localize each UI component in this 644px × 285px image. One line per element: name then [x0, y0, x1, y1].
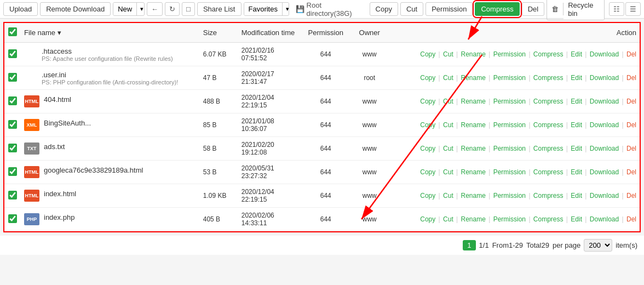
favorites-main-button[interactable]: Favorites: [244, 3, 283, 15]
row-checkbox[interactable]: [8, 144, 17, 152]
action-del-link[interactable]: Del: [626, 50, 636, 58]
action-rename-link[interactable]: Rename: [461, 192, 486, 200]
action-edit-link[interactable]: Edit: [571, 121, 582, 129]
action-compress-link[interactable]: Compress: [533, 168, 564, 176]
file-name-text[interactable]: .htaccess: [42, 47, 72, 55]
action-rename-link[interactable]: Rename: [461, 145, 486, 152]
refresh-button[interactable]: ↻: [165, 2, 180, 16]
action-permission-link[interactable]: Permission: [493, 98, 526, 105]
file-name-text[interactable]: index.php: [44, 213, 74, 221]
action-cut-link[interactable]: Cut: [443, 50, 453, 58]
action-copy-link[interactable]: Copy: [420, 98, 435, 105]
action-copy-link[interactable]: Copy: [420, 50, 435, 58]
action-permission-link[interactable]: Permission: [493, 215, 526, 223]
action-compress-link[interactable]: Compress: [533, 215, 564, 223]
action-del-link[interactable]: Del: [626, 215, 636, 223]
back-button[interactable]: ←: [147, 2, 163, 16]
action-cut-link[interactable]: Cut: [443, 145, 453, 152]
action-compress-link[interactable]: Compress: [533, 121, 564, 129]
row-checkbox[interactable]: [8, 73, 17, 82]
action-download-link[interactable]: Download: [590, 50, 619, 58]
action-permission-link[interactable]: Permission: [493, 192, 526, 200]
action-rename-link[interactable]: Rename: [461, 98, 486, 105]
select-all-checkbox[interactable]: [8, 27, 17, 36]
action-del-link[interactable]: Del: [626, 145, 636, 152]
action-edit-link[interactable]: Edit: [571, 145, 582, 152]
row-checkbox[interactable]: [8, 120, 17, 129]
action-compress-link[interactable]: Compress: [533, 98, 564, 105]
file-name-text[interactable]: BingSiteAuth...: [44, 119, 91, 127]
action-copy-link[interactable]: Copy: [420, 192, 435, 200]
row-checkbox[interactable]: [8, 191, 17, 200]
action-del-link[interactable]: Del: [626, 98, 636, 105]
action-permission-link[interactable]: Permission: [493, 168, 526, 176]
action-cut-link[interactable]: Cut: [443, 168, 453, 176]
file-name-text[interactable]: 404.html: [44, 95, 71, 104]
action-edit-link[interactable]: Edit: [571, 168, 582, 176]
action-download-link[interactable]: Download: [590, 215, 619, 223]
action-cut-link[interactable]: Cut: [443, 192, 453, 200]
row-checkbox[interactable]: [8, 96, 17, 105]
remote-download-button[interactable]: Remote Download: [40, 2, 111, 16]
action-compress-link[interactable]: Compress: [533, 192, 564, 200]
new-dropdown-button[interactable]: ▾: [137, 3, 145, 15]
action-copy-link[interactable]: Copy: [420, 215, 435, 223]
action-edit-link[interactable]: Edit: [571, 74, 582, 82]
action-permission-link[interactable]: Permission: [493, 74, 526, 82]
action-rename-link[interactable]: Rename: [461, 50, 486, 58]
file-name-text[interactable]: googleca76c9e33829189a.html: [44, 166, 143, 174]
upload-button[interactable]: Upload: [3, 2, 38, 16]
permission-button[interactable]: Permission: [426, 2, 473, 16]
file-name-text[interactable]: ads.txt: [44, 142, 65, 151]
cut-button[interactable]: Cut: [400, 2, 423, 16]
favorites-dropdown-button[interactable]: ▾: [283, 3, 289, 15]
action-del-link[interactable]: Del: [626, 74, 636, 82]
del-button[interactable]: Del: [522, 2, 545, 16]
file-name-text[interactable]: index.html: [44, 190, 76, 198]
action-edit-link[interactable]: Edit: [571, 98, 582, 105]
action-download-link[interactable]: Download: [590, 145, 619, 152]
compress-button[interactable]: Compress: [475, 2, 519, 16]
action-rename-link[interactable]: Rename: [461, 121, 486, 129]
grid-view-button[interactable]: ☷: [609, 2, 624, 16]
new-main-button[interactable]: New: [113, 3, 137, 15]
action-edit-link[interactable]: Edit: [571, 192, 582, 200]
action-permission-link[interactable]: Permission: [493, 121, 526, 129]
copy-button[interactable]: Copy: [370, 2, 398, 16]
row-checkbox[interactable]: [8, 49, 17, 58]
action-copy-link[interactable]: Copy: [420, 121, 435, 129]
list-view-button[interactable]: ☰: [625, 2, 641, 16]
action-download-link[interactable]: Download: [590, 168, 619, 176]
recycle-bin-button[interactable]: Recycle bin: [564, 0, 604, 20]
file-name-text[interactable]: .user.ini: [42, 71, 66, 79]
action-copy-link[interactable]: Copy: [420, 145, 435, 152]
action-compress-link[interactable]: Compress: [533, 50, 564, 58]
row-checkbox[interactable]: [8, 167, 17, 176]
action-permission-link[interactable]: Permission: [493, 50, 526, 58]
action-rename-link[interactable]: Rename: [461, 168, 486, 176]
action-cut-link[interactable]: Cut: [443, 74, 453, 82]
action-copy-link[interactable]: Copy: [420, 74, 435, 82]
action-edit-link[interactable]: Edit: [571, 215, 582, 223]
share-list-button[interactable]: Share List: [197, 2, 242, 16]
action-download-link[interactable]: Download: [590, 98, 619, 105]
action-rename-link[interactable]: Rename: [461, 215, 486, 223]
action-copy-link[interactable]: Copy: [420, 168, 435, 176]
action-cut-link[interactable]: Cut: [443, 215, 453, 223]
action-del-link[interactable]: Del: [626, 121, 636, 129]
action-download-link[interactable]: Download: [590, 121, 619, 129]
action-permission-link[interactable]: Permission: [493, 145, 526, 152]
action-compress-link[interactable]: Compress: [533, 74, 564, 82]
action-del-link[interactable]: Del: [626, 168, 636, 176]
action-cut-link[interactable]: Cut: [443, 98, 453, 105]
action-rename-link[interactable]: Rename: [461, 74, 486, 82]
per-page-select[interactable]: 200 100 50: [584, 239, 612, 252]
action-edit-link[interactable]: Edit: [571, 50, 582, 58]
current-page[interactable]: 1: [463, 240, 475, 250]
row-checkbox[interactable]: [8, 214, 17, 223]
action-cut-link[interactable]: Cut: [443, 121, 453, 129]
action-download-link[interactable]: Download: [590, 74, 619, 82]
action-del-link[interactable]: Del: [626, 192, 636, 200]
action-download-link[interactable]: Download: [590, 192, 619, 200]
screenshot-button[interactable]: □: [182, 2, 195, 16]
